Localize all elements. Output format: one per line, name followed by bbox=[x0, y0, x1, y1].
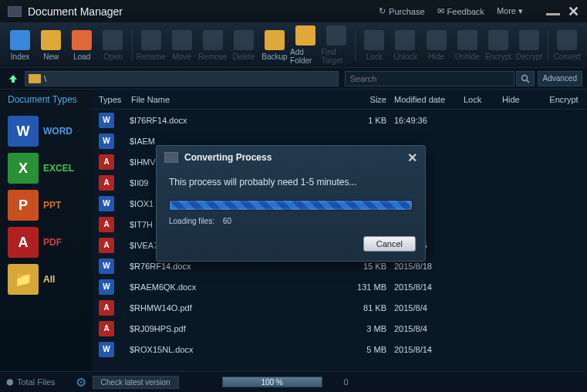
toolbar-separator bbox=[548, 30, 548, 61]
col-hide[interactable]: Hide bbox=[502, 95, 541, 104]
load-icon bbox=[72, 30, 92, 50]
convert-icon bbox=[557, 30, 577, 50]
up-button[interactable] bbox=[5, 71, 22, 86]
pdf-file-icon: A bbox=[99, 217, 114, 232]
path-box[interactable]: \ bbox=[25, 71, 339, 86]
toolbar-move: Move bbox=[167, 30, 197, 61]
path-text: \ bbox=[44, 74, 46, 83]
svg-point-0 bbox=[521, 75, 527, 80]
toolbar-add-folder[interactable]: Add Folder bbox=[290, 25, 321, 65]
file-date: 16:49:36 bbox=[394, 116, 464, 125]
add-folder-icon bbox=[295, 25, 315, 46]
feedback-label: Feedback bbox=[447, 7, 484, 16]
table-header: Types File Name Size Modified date Lock … bbox=[93, 90, 587, 110]
table-row[interactable]: A$RHMW14O.pdf81 KB2015/8/4 bbox=[93, 297, 587, 318]
toolbar-label: Load bbox=[73, 52, 90, 61]
status-count: 0 bbox=[344, 377, 349, 387]
modal-close-button[interactable]: ✕ bbox=[407, 150, 417, 165]
col-types[interactable]: Types bbox=[99, 95, 131, 104]
modal-message: This process will probably need 1-5 minu… bbox=[169, 177, 413, 188]
sidebar-item-label: WORD bbox=[43, 126, 73, 137]
toolbar-delete: Delete bbox=[228, 30, 259, 61]
toolbar-backup[interactable]: Backup bbox=[259, 30, 290, 61]
modal-footer: Cancel bbox=[157, 236, 425, 261]
toolbar-encrypt: Encrypt bbox=[483, 30, 514, 61]
purchase-link[interactable]: ↻ Purchase bbox=[379, 6, 424, 16]
file-date: 2015/8/4 bbox=[394, 324, 464, 333]
toolbar-open: Open bbox=[97, 30, 128, 61]
table-row[interactable]: W$I76RF14.docx1 KB16:49:36 bbox=[93, 110, 587, 130]
pdf-icon: A bbox=[8, 227, 39, 258]
word-file-icon: W bbox=[99, 342, 114, 357]
advanced-button[interactable]: Advanced bbox=[538, 71, 582, 86]
toolbar-decrypt: Decrypt bbox=[514, 30, 545, 61]
col-lock[interactable]: Lock bbox=[464, 95, 502, 104]
file-name: $I76RF14.docx bbox=[130, 116, 348, 125]
word-file-icon: W bbox=[99, 279, 114, 295]
minimize-button[interactable] bbox=[546, 13, 560, 15]
sidebar-item-pdf[interactable]: APDF bbox=[5, 224, 88, 261]
app-icon bbox=[8, 6, 22, 17]
unlock-icon bbox=[395, 30, 415, 50]
search-button[interactable] bbox=[516, 71, 535, 86]
app-title: Document Manager bbox=[28, 5, 123, 18]
toolbar-index[interactable]: Index bbox=[5, 30, 35, 61]
pdf-file-icon: A bbox=[99, 154, 114, 170]
toolbar-label: Open bbox=[103, 52, 122, 61]
sidebar-item-excel[interactable]: XEXCEL bbox=[5, 150, 88, 187]
table-row[interactable]: A$RJ09HPS.pdf3 MB2015/8/4 bbox=[93, 318, 587, 339]
file-name: $RAEM6QK.docx bbox=[130, 282, 348, 292]
file-date: 2015/8/4 bbox=[394, 303, 464, 313]
delete-icon bbox=[234, 30, 254, 50]
ppt-icon: P bbox=[8, 190, 39, 221]
index-icon bbox=[10, 30, 30, 50]
pdf-file-icon: A bbox=[99, 300, 114, 316]
col-date[interactable]: Modified date bbox=[394, 95, 464, 104]
pdf-file-icon: A bbox=[99, 238, 114, 253]
modal-titlebar: Converting Process ✕ bbox=[157, 146, 425, 169]
more-label: More ▾ bbox=[497, 6, 523, 16]
col-size[interactable]: Size bbox=[348, 95, 394, 104]
feedback-link[interactable]: ✉ Feedback bbox=[437, 6, 484, 16]
word-file-icon: W bbox=[99, 196, 114, 211]
close-button[interactable]: ✕ bbox=[568, 3, 579, 20]
modal-title-text: Converting Process bbox=[184, 152, 272, 163]
toolbar-label: Backup bbox=[261, 52, 287, 61]
gear-icon[interactable]: ⚙ bbox=[76, 375, 86, 390]
toolbar-label: Index bbox=[11, 52, 29, 61]
toolbar-label: New bbox=[43, 52, 59, 61]
file-name: $IAEM bbox=[130, 137, 348, 146]
sidebar-item-label: PDF bbox=[43, 237, 62, 248]
sidebar-item-word[interactable]: WWORD bbox=[5, 113, 88, 150]
toolbar-find-target: Find Target bbox=[321, 25, 352, 65]
word-icon: W bbox=[8, 116, 39, 147]
sidebar-item-ppt[interactable]: PPPT bbox=[5, 187, 88, 224]
sidebar-item-label: PPT bbox=[43, 200, 61, 211]
modal-loading: Loading files: 60 bbox=[169, 217, 413, 225]
unhide-icon bbox=[457, 30, 477, 50]
sidebar-item-label: All bbox=[43, 274, 55, 285]
table-row[interactable]: W$RAEM6QK.docx131 MB2015/8/14 bbox=[93, 276, 587, 297]
col-name[interactable]: File Name bbox=[131, 95, 348, 104]
toolbar-label: Hide bbox=[428, 52, 444, 61]
toolbar-load[interactable]: Load bbox=[66, 30, 97, 61]
word-file-icon: W bbox=[99, 259, 114, 274]
sidebar-item-all[interactable]: 📁All bbox=[5, 261, 88, 298]
total-files[interactable]: ⬢ Total Files bbox=[6, 377, 56, 387]
file-name: $R76RF14.docx bbox=[130, 262, 348, 271]
file-date: 2015/8/14 bbox=[394, 345, 464, 354]
find-target-icon bbox=[326, 25, 346, 46]
table-row[interactable]: W$ROX15NL.docx5 MB2015/8/14 bbox=[93, 339, 587, 360]
more-link[interactable]: More ▾ bbox=[497, 6, 523, 16]
check-version-button[interactable]: Check latest version bbox=[93, 376, 179, 389]
search-input[interactable] bbox=[345, 71, 514, 86]
cancel-button[interactable]: Cancel bbox=[363, 236, 416, 252]
file-size: 131 MB bbox=[348, 282, 394, 292]
toolbar-lock: Lock bbox=[359, 30, 390, 61]
backup-icon bbox=[265, 30, 285, 50]
toolbar-new[interactable]: New bbox=[35, 30, 66, 61]
sidebar-item-label: EXCEL bbox=[43, 163, 74, 174]
advanced-label: Advanced bbox=[543, 74, 577, 83]
toolbar-label: Move bbox=[172, 52, 191, 61]
col-enc[interactable]: Encrypt bbox=[541, 95, 587, 104]
